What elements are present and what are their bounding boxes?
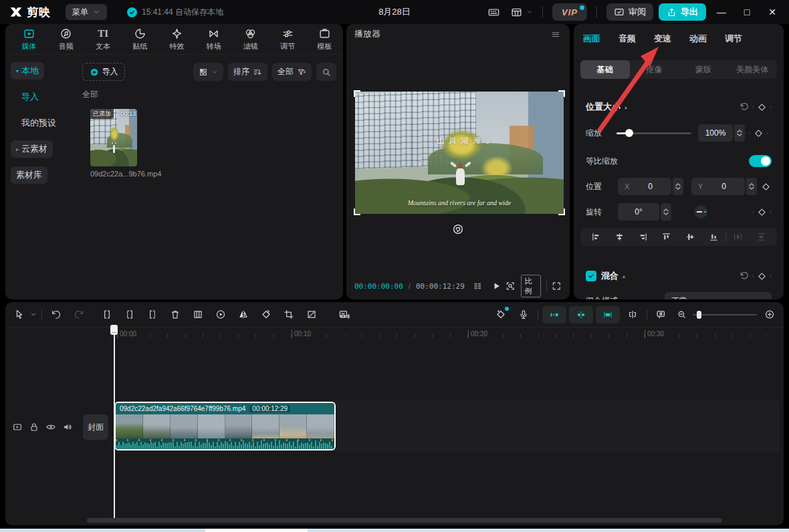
tab-picture[interactable]: 画面 xyxy=(583,33,600,45)
export-button[interactable]: 导出 xyxy=(659,3,706,21)
record-voiceover-button[interactable] xyxy=(512,302,535,327)
undo-button[interactable] xyxy=(45,302,68,327)
timeline-clip[interactable]: 09d2c22ad2fa942a66f9764e7ff99b76.mp4 00:… xyxy=(114,402,336,450)
layout-switch-button[interactable] xyxy=(508,5,533,19)
lock-icon[interactable] xyxy=(29,422,39,432)
sidebar-item-my-presets[interactable]: 我的预设 xyxy=(16,114,62,132)
position-x-input[interactable]: X 0 xyxy=(618,178,671,195)
keyframe-prev-icon[interactable]: ‹ xyxy=(752,209,754,215)
keyframe-next-icon[interactable]: › xyxy=(770,209,772,215)
import-button[interactable]: 导入 xyxy=(82,63,125,81)
review-button[interactable]: 审阅 xyxy=(606,3,653,21)
menu-button[interactable]: 菜单 xyxy=(66,4,107,20)
keyframe-prev-icon[interactable]: ‹ xyxy=(752,273,754,279)
timeline-ruler[interactable]: 00:00 00:10 00:20 00:30 xyxy=(5,327,784,341)
tab-adjust-props[interactable]: 调节 xyxy=(725,33,742,45)
subtab-basic[interactable]: 基础 xyxy=(580,60,630,79)
auto-link-toggle[interactable] xyxy=(569,306,593,323)
select-tool-button[interactable] xyxy=(11,302,28,327)
delete-right-button[interactable] xyxy=(141,302,164,327)
rotate-button[interactable] xyxy=(255,302,277,327)
tab-filter[interactable]: 滤镜 xyxy=(232,27,269,51)
blend-section-title[interactable]: 混合 ▴ xyxy=(601,270,625,282)
smart-crop-button[interactable] xyxy=(300,302,323,327)
selection-handle-top-left[interactable] xyxy=(354,90,360,97)
tab-media[interactable]: 媒体 xyxy=(11,27,47,51)
sidebar-item-local[interactable]: ▾ 本地 xyxy=(11,62,44,80)
sort-button[interactable]: 排序 xyxy=(228,63,267,81)
speaker-icon[interactable] xyxy=(62,422,73,432)
selection-handle-bottom-left[interactable] xyxy=(354,209,360,215)
playhead-handle[interactable] xyxy=(110,325,118,335)
crop-button[interactable] xyxy=(277,302,300,327)
blend-checkbox[interactable] xyxy=(586,271,596,281)
tab-sticker[interactable]: 贴纸 xyxy=(122,27,158,51)
delete-left-button[interactable] xyxy=(118,302,141,327)
rotate-stepper[interactable] xyxy=(661,203,671,221)
sidebar-item-cloud-assets[interactable]: ▸ 云素材 xyxy=(11,140,53,158)
tab-effects[interactable]: 特效 xyxy=(158,27,195,51)
tab-audio[interactable]: 音频 xyxy=(47,27,84,51)
close-button[interactable]: ✕ xyxy=(762,3,782,21)
rotate-dial[interactable] xyxy=(694,205,707,219)
position-x-stepper[interactable] xyxy=(673,178,683,195)
keyframe-next-icon[interactable]: › xyxy=(766,130,768,136)
reset-icon[interactable] xyxy=(739,102,750,112)
tab-animation[interactable]: 动画 xyxy=(689,33,707,45)
align-center-vertical-button[interactable] xyxy=(679,228,702,246)
main-track-magnet-toggle[interactable] xyxy=(542,306,566,323)
eye-icon[interactable] xyxy=(45,422,56,432)
selection-handle-top-right[interactable] xyxy=(558,90,565,97)
media-clip-thumbnail[interactable]: 已添加 00:13 xyxy=(90,109,137,166)
align-right-button[interactable] xyxy=(631,228,655,246)
align-left-button[interactable] xyxy=(584,228,608,246)
player-menu-icon[interactable] xyxy=(550,29,562,39)
redo-button[interactable] xyxy=(68,302,90,327)
align-top-button[interactable] xyxy=(655,228,678,246)
keyframe-button[interactable] xyxy=(489,302,512,327)
scale-value-input[interactable]: 100% xyxy=(698,124,733,142)
subtab-cutout[interactable]: 抠像 xyxy=(630,60,679,79)
rotate-value-input[interactable]: 0° xyxy=(618,203,659,221)
sidebar-item-import[interactable]: 导入 xyxy=(16,88,44,106)
preview-quality-icon[interactable] xyxy=(505,280,516,292)
timeline-horizontal-scrollbar[interactable] xyxy=(87,518,722,523)
delete-button[interactable] xyxy=(164,302,187,327)
filter-button[interactable]: 全部 xyxy=(272,63,312,81)
align-center-horizontal-button[interactable] xyxy=(608,228,631,246)
keyframe-diamond-icon[interactable] xyxy=(754,128,764,138)
uniform-scale-toggle[interactable] xyxy=(749,155,772,167)
fullscreen-icon[interactable] xyxy=(552,280,562,292)
subtab-mask[interactable]: 蒙版 xyxy=(679,60,728,79)
frame-view-icon[interactable] xyxy=(473,280,483,292)
search-button[interactable] xyxy=(316,63,336,81)
position-y-stepper[interactable] xyxy=(746,178,757,195)
keyframe-prev-icon[interactable]: ‹ xyxy=(749,130,751,136)
timeline-zoom-fit-button[interactable] xyxy=(760,302,780,327)
keyframe-diamond-icon[interactable] xyxy=(757,207,767,217)
selection-handle-bottom-right[interactable] xyxy=(558,209,565,215)
scale-stepper[interactable] xyxy=(734,124,745,142)
freeze-frame-button[interactable] xyxy=(187,302,209,327)
reverse-button[interactable] xyxy=(209,302,232,327)
minimize-button[interactable]: — xyxy=(711,3,731,21)
timeline-zoom-knob[interactable] xyxy=(697,311,701,319)
keyframe-next-icon[interactable]: › xyxy=(770,104,772,110)
keyframe-next-icon[interactable]: › xyxy=(770,273,772,279)
distribute-horizontal-button[interactable] xyxy=(726,228,750,246)
select-tool-dropdown[interactable] xyxy=(28,302,39,327)
keyframe-diamond-icon[interactable] xyxy=(757,271,767,281)
tab-adjust[interactable]: 调节 xyxy=(269,27,306,51)
align-bottom-button[interactable] xyxy=(702,228,725,246)
tab-speed[interactable]: 变速 xyxy=(654,33,671,45)
split-button[interactable] xyxy=(96,302,118,327)
preview-axis-toggle[interactable] xyxy=(596,306,620,323)
tab-text[interactable]: TI 文本 xyxy=(84,27,121,51)
sidebar-item-asset-library[interactable]: 素材库 xyxy=(11,166,47,184)
video-preview[interactable]: 「 山 川 湖 海 」 Mountains and rivers are far… xyxy=(355,92,564,214)
play-button[interactable] xyxy=(491,280,501,292)
ratio-button[interactable]: 比例 xyxy=(521,275,541,297)
vip-button[interactable]: VIP xyxy=(552,3,587,21)
timeline-zoom-slider[interactable] xyxy=(693,314,757,315)
timeline-zoom-out-button[interactable] xyxy=(673,302,690,327)
